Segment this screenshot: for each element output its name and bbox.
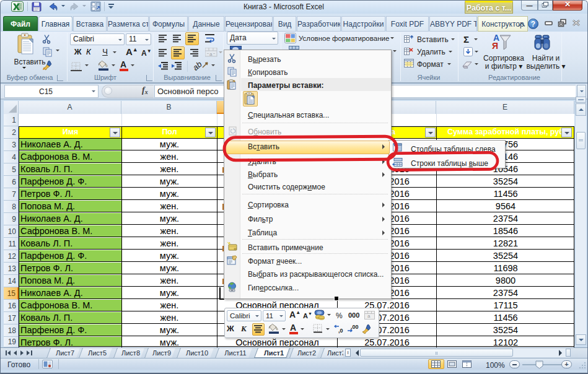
svg-text:a: a bbox=[367, 313, 371, 319]
svg-text:,0: ,0 bbox=[338, 328, 343, 334]
svg-text:a: a bbox=[209, 51, 213, 57]
svg-text:,00: ,00 bbox=[351, 324, 359, 330]
svg-text:ab: ab bbox=[194, 60, 204, 71]
